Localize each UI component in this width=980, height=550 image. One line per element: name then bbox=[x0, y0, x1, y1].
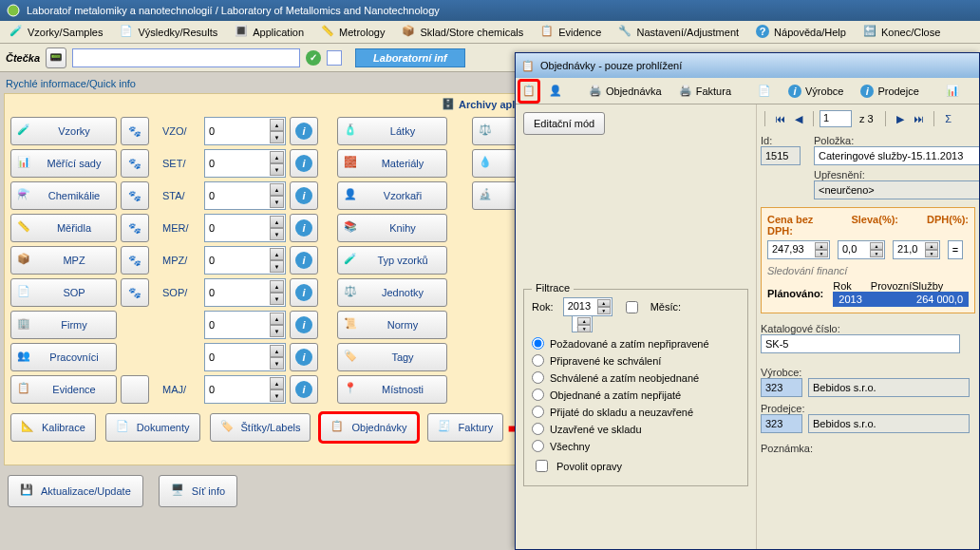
dph-field[interactable]: 21,0▲▼ bbox=[893, 240, 940, 259]
tool-manufacturer-button[interactable]: iVýrobce bbox=[782, 81, 850, 102]
filter-radio-1[interactable]: Připravené ke schválení bbox=[532, 354, 740, 367]
tool-list-button[interactable]: 📋 bbox=[519, 81, 538, 102]
leftbtn-5[interactable]: 📄SOP bbox=[10, 278, 117, 307]
pager-sum[interactable]: Σ bbox=[940, 110, 957, 127]
infobutton-2[interactable]: i bbox=[290, 181, 318, 210]
infobutton-4[interactable]: i bbox=[290, 246, 318, 275]
auxbtn-1[interactable]: 🐾 bbox=[121, 149, 149, 178]
pager-page-field[interactable]: 1 bbox=[820, 110, 852, 127]
rightbtn-2[interactable]: 👤Vzorkaři bbox=[337, 181, 447, 210]
dokumenty-button[interactable]: 📄Dokumenty bbox=[105, 413, 200, 442]
rightbtn-0[interactable]: 🧴Látky bbox=[337, 117, 447, 145]
leftbtn-0[interactable]: 🧪Vzorky bbox=[10, 117, 117, 145]
menu-store[interactable]: 📦Sklad/Store chemicals bbox=[398, 23, 527, 42]
menu-help[interactable]: ?Nápověda/Help bbox=[752, 23, 850, 42]
infobutton-5[interactable]: i bbox=[290, 278, 318, 307]
menu-adjustment[interactable]: 🔧Nastavení/Adjustment bbox=[614, 23, 743, 42]
menu-application[interactable]: 🔳Application bbox=[231, 23, 308, 42]
tool-chart-button[interactable]: 📊 bbox=[939, 81, 966, 102]
ok-icon[interactable]: ✓ bbox=[306, 50, 321, 66]
pager-next[interactable]: ▶ bbox=[892, 110, 909, 127]
rightbtn-4[interactable]: 🧪Typ vzorků bbox=[337, 246, 447, 275]
rightbtn-7[interactable]: 🏷️Tagy bbox=[337, 343, 447, 371]
filter-radio-6[interactable]: Všechny bbox=[532, 440, 740, 452]
filter-radio-0[interactable]: Požadované a zatím nepřipravené bbox=[532, 337, 740, 350]
reader-device-icon[interactable]: 📟 bbox=[46, 47, 66, 68]
filter-radio-input-0[interactable] bbox=[532, 337, 544, 350]
pager-first[interactable]: ⏮ bbox=[771, 110, 788, 127]
auxbtn-2[interactable]: 🐾 bbox=[121, 181, 149, 210]
numfield-4[interactable]: 0▲▼ bbox=[204, 246, 286, 275]
auxbtn-0[interactable]: 🐾 bbox=[121, 117, 149, 145]
filter-radio-5[interactable]: Uzavřené ve skladu bbox=[532, 423, 740, 435]
tool-page-button[interactable]: 📄 bbox=[751, 81, 778, 102]
upresneni-field[interactable]: <neurčeno> bbox=[814, 180, 979, 199]
tool-seller-button[interactable]: iProdejce bbox=[854, 81, 925, 102]
equals-button[interactable]: = bbox=[948, 240, 963, 259]
reader-input[interactable] bbox=[72, 48, 300, 67]
month-spinner[interactable]: 11▲▼ bbox=[572, 315, 593, 332]
menu-evidence[interactable]: 📋Evidence bbox=[537, 23, 605, 42]
katalog-field[interactable]: SK-5 bbox=[761, 334, 960, 353]
leftbtn-3[interactable]: 📏Měřidla bbox=[10, 214, 117, 242]
mini-square-button[interactable] bbox=[327, 50, 342, 66]
network-button[interactable]: 🖥️Síť info bbox=[159, 475, 237, 507]
stitky-button[interactable]: 🏷️Štítky/Labels bbox=[210, 413, 311, 442]
filter-radio-3[interactable]: Objednané a zatím nepřijaté bbox=[532, 389, 740, 401]
leftbtn-8[interactable]: 📋Evidence bbox=[10, 375, 117, 404]
filter-radio-2[interactable]: Schválené a zatím neobjednané bbox=[532, 371, 740, 384]
numfield-6[interactable]: 0▲▼ bbox=[204, 311, 286, 339]
pager-prev[interactable]: ◀ bbox=[790, 110, 807, 127]
rightbtn-1[interactable]: 🧱Materiály bbox=[337, 149, 447, 178]
faktury-button[interactable]: 🧾Faktury bbox=[427, 413, 504, 442]
prodejce-id-field[interactable]: 323 bbox=[761, 414, 802, 433]
numfield-7[interactable]: 0▲▼ bbox=[204, 343, 286, 371]
edit-mode-button[interactable]: Editační mód bbox=[523, 112, 605, 135]
auxbtn-4[interactable]: 🐾 bbox=[121, 246, 149, 275]
numfield-3[interactable]: 0▲▼ bbox=[204, 214, 286, 242]
update-button[interactable]: 💾Aktualizace/Update bbox=[8, 475, 143, 507]
rightbtn-3[interactable]: 📚Knihy bbox=[337, 214, 447, 242]
numfield-8[interactable]: 0▲▼ bbox=[204, 375, 286, 404]
rightbtn-8[interactable]: 📍Místnosti bbox=[337, 375, 447, 404]
auxbtn-8[interactable] bbox=[121, 375, 149, 404]
month-checkbox[interactable] bbox=[626, 301, 638, 313]
cena-field[interactable]: 247,93▲▼ bbox=[767, 240, 830, 259]
infobutton-6[interactable]: i bbox=[290, 311, 318, 339]
infobutton-1[interactable]: i bbox=[290, 149, 318, 178]
numfield-5[interactable]: 0▲▼ bbox=[204, 278, 286, 307]
rightbtn-5[interactable]: ⚖️Jednotky bbox=[337, 278, 447, 307]
filter-radio-input-3[interactable] bbox=[532, 389, 544, 401]
auxbtn-5[interactable]: 🐾 bbox=[121, 278, 149, 307]
leftbtn-6[interactable]: 🏢Firmy bbox=[10, 311, 117, 339]
infobutton-7[interactable]: i bbox=[290, 343, 318, 371]
numfield-2[interactable]: 0▲▼ bbox=[204, 181, 286, 210]
menu-samples[interactable]: 🧪Vzorky/Samples bbox=[6, 23, 106, 42]
menu-close[interactable]: 🔚Konec/Close bbox=[859, 23, 944, 42]
allow-edits-checkbox[interactable] bbox=[536, 460, 548, 472]
filter-radio-input-2[interactable] bbox=[532, 371, 544, 384]
filter-radio-input-6[interactable] bbox=[532, 440, 544, 452]
filter-radio-4[interactable]: Přijaté do skladu a neuzavřené bbox=[532, 406, 740, 418]
leftbtn-7[interactable]: 👥Pracovníci bbox=[10, 343, 117, 371]
vyrobce-id-field[interactable]: 323 bbox=[761, 378, 802, 397]
menu-metrology[interactable]: 📏Metrology bbox=[317, 23, 388, 42]
tool-order-button[interactable]: 🖨️Objednávka bbox=[582, 81, 669, 102]
kalibrace-button[interactable]: 📐Kalibrace bbox=[10, 413, 96, 442]
leftbtn-1[interactable]: 📊Měřící sady bbox=[10, 149, 117, 178]
filter-radio-input-4[interactable] bbox=[532, 406, 544, 418]
leftbtn-4[interactable]: 📦MPZ bbox=[10, 246, 117, 275]
leftbtn-2[interactable]: ⚗️Chemikálie bbox=[10, 181, 117, 210]
pager-last[interactable]: ⏭ bbox=[911, 110, 928, 127]
menu-results[interactable]: 📄Výsledky/Results bbox=[116, 23, 221, 42]
infobutton-3[interactable]: i bbox=[290, 214, 318, 242]
tool-invoice-button[interactable]: 🖨️Faktura bbox=[672, 81, 738, 102]
infobutton-8[interactable]: i bbox=[290, 375, 318, 404]
auxbtn-3[interactable]: 🐾 bbox=[121, 214, 149, 242]
numfield-1[interactable]: 0▲▼ bbox=[204, 149, 286, 178]
polozka-field[interactable]: Cateringové služby-15.11.2013 bbox=[814, 146, 979, 165]
numfield-0[interactable]: 0▲▼ bbox=[204, 117, 286, 145]
rightbtn-6[interactable]: 📜Normy bbox=[337, 311, 447, 339]
tool-user-button[interactable]: 👤 bbox=[542, 81, 569, 102]
filter-radio-input-5[interactable] bbox=[532, 423, 544, 435]
